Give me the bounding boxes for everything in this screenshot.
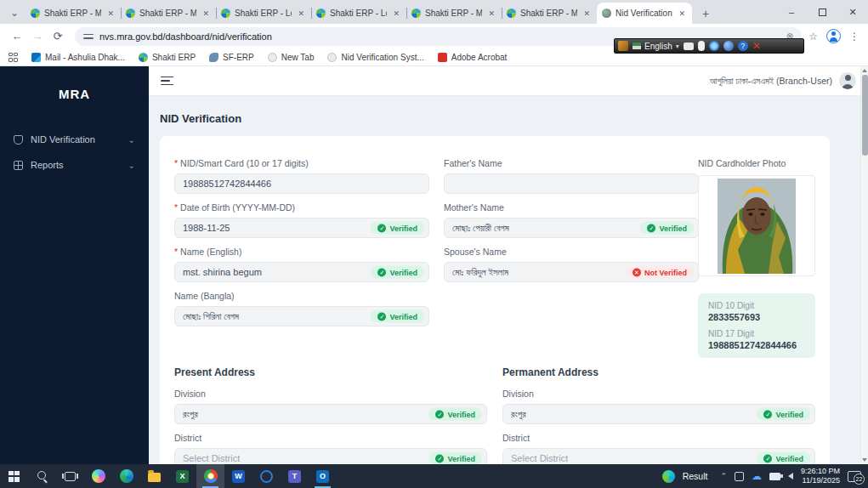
globe-icon[interactable]: [723, 41, 734, 51]
dob-input[interactable]: 1988-11-25 ✓Verified: [174, 218, 429, 238]
scroll-up-arrow[interactable]: [862, 69, 867, 72]
field-nid: *NID/Smart Card (10 or 17 digits) 198885…: [174, 158, 429, 194]
taskbar-search-button[interactable]: [28, 464, 56, 488]
page-title: NID Verification: [160, 112, 830, 125]
avro-language-selector[interactable]: English ▾: [633, 42, 679, 51]
page-scrollbar[interactable]: [860, 66, 868, 464]
tab-close-icon[interactable]: ✕: [391, 9, 401, 18]
tray-app-icon[interactable]: [735, 472, 744, 481]
nid17-value: 19888512742844466: [708, 340, 805, 350]
name-english-input[interactable]: mst. shirina begum ✓Verified: [174, 262, 429, 282]
keyboard-icon[interactable]: [684, 43, 694, 50]
nid10-value: 2833557693: [708, 312, 805, 322]
close-window-button[interactable]: ✕: [837, 0, 868, 24]
shakti-favicon: [31, 9, 40, 18]
onedrive-icon[interactable]: ☁: [752, 470, 762, 482]
permanent-district-select[interactable]: Select District ✓Verified: [502, 448, 815, 464]
chrome-icon: [204, 469, 218, 483]
file-explorer-button[interactable]: [140, 464, 168, 488]
tab-close-icon[interactable]: ✕: [486, 9, 496, 18]
name-bangla-input[interactable]: মোছাঃ শিরিনা বেগম ✓Verified: [174, 306, 429, 326]
chevron-down-icon: ⌄: [128, 135, 135, 145]
scroll-down-arrow[interactable]: [862, 458, 867, 462]
excel-button[interactable]: X: [168, 464, 196, 488]
notification-icon[interactable]: 22: [848, 471, 861, 482]
nid-input[interactable]: 19888512742844466: [174, 173, 429, 194]
browser-tab[interactable]: Shakti ERP - Lead D... ✕: [216, 3, 311, 24]
verified-badge: ✓Verified: [428, 408, 482, 421]
verified-badge: ✓Verified: [371, 222, 424, 235]
bookmark-item[interactable]: Shakti ERP: [139, 53, 196, 62]
copilot-button[interactable]: [84, 464, 112, 488]
tab-search-chevron-icon[interactable]: ⌄: [3, 2, 26, 24]
tray-chevron-up-icon[interactable]: ⌃: [720, 472, 727, 480]
field-label: Name (Bangla): [174, 291, 235, 301]
avro-close-icon[interactable]: ✕: [752, 40, 761, 52]
tab-close-icon[interactable]: ✕: [677, 9, 687, 18]
spouse-name-input[interactable]: মোঃ ফরিদুল ইসলাম ✕Not Verified: [444, 262, 699, 282]
hamburger-icon[interactable]: [161, 77, 173, 86]
result-app-icon[interactable]: [662, 470, 675, 483]
bookmark-item[interactable]: New Tab: [268, 53, 315, 62]
browser-tab[interactable]: Shakti ERP - Memb... ✕: [406, 3, 502, 24]
tab-close-icon[interactable]: ✕: [296, 9, 306, 18]
bookmark-label: Adobe Acrobat: [451, 53, 508, 62]
input-language-icon[interactable]: [769, 473, 780, 480]
help-icon[interactable]: ?: [738, 41, 748, 51]
bookmark-item[interactable]: Adobe Acrobat: [438, 53, 508, 62]
sync-icon[interactable]: [709, 41, 719, 51]
sidebar-item-nid-verification[interactable]: NID Verification ⌄: [0, 127, 149, 152]
mother-name-input[interactable]: মোছাঃ পেয়ারী বেগম ✓Verified: [444, 218, 699, 238]
taskbar-clock[interactable]: 9:26:10 PM 11/19/2025: [801, 467, 840, 486]
profile-icon[interactable]: [826, 29, 841, 43]
maximize-button[interactable]: [807, 0, 837, 24]
input-value: মোঃ ফরিদুল ইসলাম: [452, 267, 508, 278]
minimize-button[interactable]: –: [776, 0, 807, 24]
apps-grid-icon[interactable]: [9, 53, 18, 62]
shakti-favicon: [126, 9, 135, 18]
present-division-input[interactable]: রংপুর ✓Verified: [174, 404, 487, 424]
tab-close-icon[interactable]: ✕: [582, 9, 592, 18]
site-info-icon[interactable]: [83, 32, 94, 41]
avro-keyboard-toolbar: English ▾ ? ✕: [614, 38, 804, 54]
browser-tab[interactable]: Shakti ERP - Memb... ✕: [502, 3, 597, 24]
mouse-icon[interactable]: [698, 41, 705, 51]
permanent-division-input[interactable]: রংপুর ✓Verified: [502, 404, 815, 424]
back-icon[interactable]: ←: [7, 26, 27, 47]
tab-title: Shakti ERP - Memb...: [44, 9, 101, 18]
outlook-button[interactable]: O: [309, 464, 337, 488]
ring-app-button[interactable]: [252, 464, 281, 488]
word-button[interactable]: W: [224, 464, 252, 488]
speaker-icon[interactable]: [788, 473, 793, 479]
task-view-button[interactable]: [56, 464, 84, 488]
father-name-input[interactable]: [444, 173, 699, 194]
browser-tab-active[interactable]: Nid Verification Syst... ✕: [597, 3, 692, 24]
browser-tab[interactable]: Shakti ERP - Loan P... ✕: [311, 3, 406, 24]
user-menu[interactable]: আশুলিয়া ঢাকা-এসএমই (Branch-User): [710, 72, 856, 89]
bookmark-item[interactable]: SF-ERP: [209, 53, 254, 62]
present-district-select[interactable]: Select District ✓Verified: [174, 448, 487, 464]
forward-icon[interactable]: →: [27, 26, 48, 47]
teams-button[interactable]: T: [281, 464, 309, 488]
bookmark-star-icon[interactable]: ☆: [808, 31, 818, 43]
avro-logo-icon[interactable]: [618, 41, 628, 51]
sidebar-item-reports[interactable]: Reports ⌄: [0, 152, 149, 178]
tab-close-icon[interactable]: ✕: [105, 9, 116, 18]
new-tab-button[interactable]: +: [695, 3, 716, 24]
browser-tab[interactable]: Shakti ERP - Memb... ✕: [26, 3, 121, 24]
input-value: রংপুর: [511, 409, 526, 420]
chrome-button[interactable]: [196, 464, 224, 488]
reload-icon[interactable]: ⟳: [48, 26, 68, 47]
start-button[interactable]: [0, 464, 28, 488]
edge-button[interactable]: [112, 464, 140, 488]
bookmark-item[interactable]: Nid Verification Syst...: [327, 53, 423, 62]
tab-title: Shakti ERP - Memb...: [520, 9, 577, 18]
menu-dots-icon[interactable]: ⋮: [849, 31, 859, 43]
bookmark-item[interactable]: Mail - Ashulia Dhak...: [31, 53, 125, 62]
check-icon: ✓: [763, 410, 772, 418]
avatar[interactable]: [839, 72, 856, 89]
scrollbar-thumb[interactable]: [862, 75, 868, 156]
tab-close-icon[interactable]: ✕: [201, 9, 211, 18]
browser-tab[interactable]: Shakti ERP - Memb... ✕: [121, 3, 216, 24]
shakti-favicon: [316, 9, 326, 18]
